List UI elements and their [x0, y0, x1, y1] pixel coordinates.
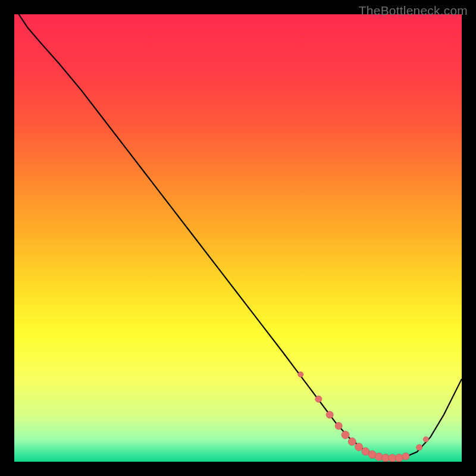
- chart-stage: TheBottleneck.com: [0, 0, 476, 476]
- gradient-background: [14, 14, 462, 462]
- marker-point: [416, 444, 422, 450]
- marker-point: [348, 438, 356, 446]
- marker-point: [326, 411, 333, 418]
- marker-point: [315, 396, 322, 402]
- plot-area: [14, 14, 462, 462]
- marker-point: [423, 437, 428, 442]
- watermark-text: TheBottleneck.com: [359, 4, 468, 18]
- marker-point: [298, 372, 303, 377]
- marker-point: [395, 454, 403, 462]
- marker-point: [375, 453, 383, 461]
- marker-point: [335, 422, 342, 430]
- chart-svg: [14, 14, 462, 462]
- marker-point: [342, 431, 349, 439]
- marker-point: [402, 453, 409, 460]
- marker-point: [355, 443, 363, 451]
